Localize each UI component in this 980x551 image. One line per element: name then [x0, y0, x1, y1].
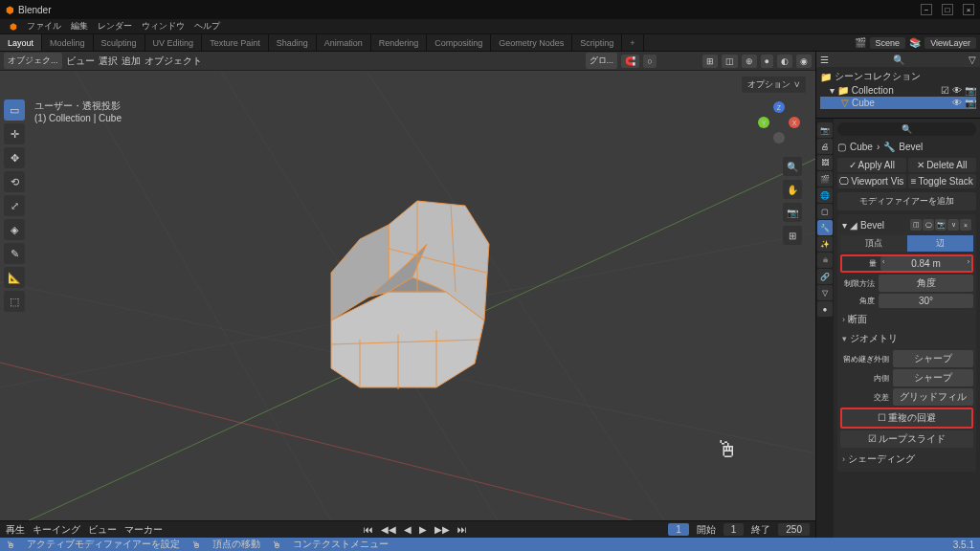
tool-transform[interactable]: ◈	[4, 219, 25, 240]
amount-field[interactable]: ‹0.84 m›	[880, 256, 971, 271]
xray-icon[interactable]: ◫	[722, 55, 738, 68]
section-profile[interactable]: › 断面	[840, 310, 973, 329]
mode-dropdown[interactable]: オブジェク...	[4, 53, 62, 69]
intersect-dropdown[interactable]: グリッドフィル	[893, 388, 973, 406]
tab-uv-editing[interactable]: UV Editing	[145, 34, 203, 51]
mod-render-icon[interactable]: 📷	[935, 219, 947, 231]
timeline-keying-menu[interactable]: キーイング	[33, 523, 80, 537]
maximize-button[interactable]: □	[942, 4, 953, 15]
tab-world-icon[interactable]: 🌐	[817, 187, 833, 203]
menu-render[interactable]: レンダー	[94, 20, 136, 33]
collapse-icon[interactable]: ▾	[842, 220, 847, 231]
gizmo-y[interactable]: Y	[758, 117, 769, 128]
end-frame[interactable]: 250	[778, 523, 810, 536]
jump-end-icon[interactable]: ⏭	[455, 524, 470, 535]
jump-start-icon[interactable]: ⏮	[361, 524, 376, 535]
start-frame[interactable]: 1	[724, 523, 745, 536]
gizmo-z[interactable]: Z	[773, 101, 785, 113]
loop-slide-checkbox[interactable]: ☑ ループスライド	[840, 430, 973, 448]
tab-geometry-nodes[interactable]: Geometry Nodes	[491, 34, 572, 51]
tab-physics-icon[interactable]: ⚛	[817, 253, 833, 268]
delete-all-button[interactable]: ✕Delete All	[908, 158, 977, 172]
timeline-play-menu[interactable]: 再生	[6, 523, 25, 537]
vp-menu-object[interactable]: オブジェクト	[145, 55, 202, 68]
toggle-stack-button[interactable]: ≡Toggle Stack	[908, 174, 977, 188]
shading-solid-icon[interactable]: ●	[761, 55, 773, 68]
shading-material-icon[interactable]: ◐	[777, 55, 792, 68]
next-keyframe-icon[interactable]: ▶▶	[432, 524, 453, 535]
options-dropdown[interactable]: オプション ∨	[742, 77, 806, 93]
gizmo-nz[interactable]	[773, 132, 785, 143]
tab-scripting[interactable]: Scripting	[572, 34, 622, 51]
modifier-name[interactable]: Bevel	[860, 220, 884, 231]
mesh-cube[interactable]	[274, 148, 542, 416]
tab-mesh-icon[interactable]: ▽	[817, 285, 833, 300]
pan-icon[interactable]: ✋	[783, 180, 802, 199]
menu-edit[interactable]: 編集	[67, 20, 92, 33]
viewport-vis-button[interactable]: 🖵Viewport Vis	[837, 174, 906, 188]
affect-vertices[interactable]: 頂点	[840, 235, 907, 252]
overlay-toggle-icon[interactable]: ⊞	[702, 55, 718, 68]
proportional-icon[interactable]: ○	[643, 55, 656, 68]
miter-outer-dropdown[interactable]: シャープ	[893, 350, 973, 367]
menu-help[interactable]: ヘルプ	[190, 20, 224, 33]
tab-viewlayer-icon[interactable]: 🖼	[817, 155, 833, 170]
tool-cursor[interactable]: ✛	[4, 123, 25, 144]
tab-sculpting[interactable]: Sculpting	[94, 34, 145, 51]
breadcrumb-object[interactable]: Cube	[850, 142, 873, 152]
snap-icon[interactable]: 🧲	[621, 55, 639, 68]
affect-edges[interactable]: 辺	[907, 235, 974, 252]
camera-icon[interactable]: 📷	[783, 203, 802, 222]
outliner-filter-button[interactable]: ▽	[969, 55, 976, 65]
tab-rendering[interactable]: Rendering	[371, 34, 428, 51]
tab-object-icon[interactable]: ▢	[817, 204, 833, 219]
outliner-cube[interactable]: ▽ Cube 👁 📷	[820, 97, 976, 109]
menu-window[interactable]: ウィンドウ	[138, 20, 189, 33]
tool-move[interactable]: ✥	[4, 147, 25, 168]
vp-menu-add[interactable]: 追加	[122, 55, 141, 68]
outliner-collection[interactable]: ▾ 📁Collection ☑ 👁 📷	[820, 84, 976, 97]
tab-constraints-icon[interactable]: 🔗	[817, 269, 833, 284]
tab-material-icon[interactable]: ●	[817, 301, 833, 317]
navigation-gizmo[interactable]: X Y Z	[756, 99, 802, 145]
scene-field[interactable]: Scene	[870, 37, 906, 49]
tool-scale[interactable]: ⤢	[4, 195, 25, 216]
prev-keyframe-icon[interactable]: ◀◀	[378, 524, 399, 535]
tab-output-icon[interactable]: 🖨	[817, 139, 833, 154]
close-button[interactable]: ×	[963, 4, 974, 15]
tab-layout[interactable]: Layout	[0, 34, 42, 51]
tab-scene-icon[interactable]: 🎬	[817, 171, 833, 187]
tab-add[interactable]: +	[622, 34, 643, 51]
outliner-search-icon[interactable]: 🔍	[893, 55, 904, 65]
mod-delete-icon[interactable]: ×	[960, 219, 971, 231]
perspective-icon[interactable]: ⊞	[783, 226, 802, 245]
clamp-overlap-checkbox[interactable]: ☐ 重複の回避	[842, 409, 971, 427]
tool-add-cube[interactable]: ⬚	[4, 291, 25, 312]
outliner-filter-icon[interactable]: ☰	[820, 55, 829, 65]
timeline-marker-menu[interactable]: マーカー	[124, 523, 163, 537]
miter-inner-dropdown[interactable]: シャープ	[893, 369, 973, 386]
tool-measure[interactable]: 📐	[4, 267, 25, 288]
section-geometry[interactable]: ▾ ジオメトリ	[840, 329, 973, 348]
tab-texture-paint[interactable]: Texture Paint	[202, 34, 269, 51]
timeline-view-menu[interactable]: ビュー	[88, 523, 117, 537]
vp-menu-view[interactable]: ビュー	[66, 55, 95, 68]
add-modifier-dropdown[interactable]: モディファイアーを追加	[837, 192, 976, 210]
minimize-button[interactable]: −	[921, 4, 932, 15]
mod-display-icon[interactable]: 🖵	[923, 219, 934, 231]
tab-particles-icon[interactable]: ✨	[817, 236, 833, 252]
breadcrumb-modifier[interactable]: Bevel	[899, 142, 923, 152]
tool-rotate[interactable]: ⟲	[4, 171, 25, 192]
play-reverse-icon[interactable]: ◀	[401, 524, 414, 535]
tab-animation[interactable]: Animation	[317, 34, 371, 51]
current-frame[interactable]: 1	[668, 523, 689, 536]
zoom-icon[interactable]: 🔍	[783, 157, 802, 176]
viewlayer-field[interactable]: ViewLayer	[924, 37, 976, 49]
tab-modifier-icon[interactable]: 🔧	[817, 220, 833, 235]
tool-select[interactable]: ▭	[4, 99, 25, 121]
apply-all-button[interactable]: ✓Apply All	[837, 158, 906, 172]
tab-render-icon[interactable]: 📷	[817, 122, 833, 138]
play-icon[interactable]: ▶	[416, 524, 430, 535]
3d-viewport[interactable]: オプション ∨ ユーザー・透視投影 (1) Collection | Cube …	[0, 71, 815, 520]
tab-shading[interactable]: Shading	[269, 34, 317, 51]
